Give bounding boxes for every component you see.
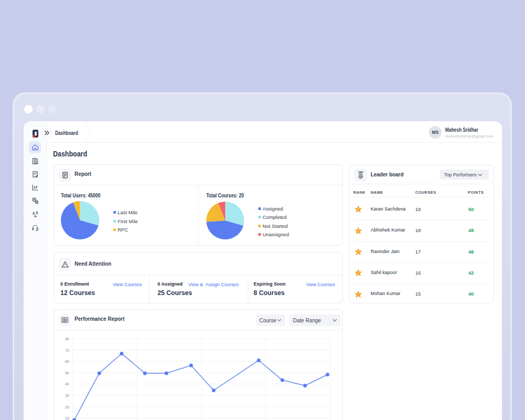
svg-text:50: 50 [65,371,69,375]
svg-text:1: 1 [358,208,359,211]
svg-text:20: 20 [65,405,69,410]
svg-text:60: 60 [65,359,69,364]
svg-text:4: 4 [358,272,359,275]
svg-text:70: 70 [65,348,69,353]
svg-text:10: 10 [65,416,69,420]
svg-text:30: 30 [65,393,69,398]
svg-text:2: 2 [358,229,359,232]
svg-text:3: 3 [358,250,359,253]
svg-text:80: 80 [65,337,69,341]
svg-text:40: 40 [65,382,69,386]
svg-text:5: 5 [358,293,359,296]
